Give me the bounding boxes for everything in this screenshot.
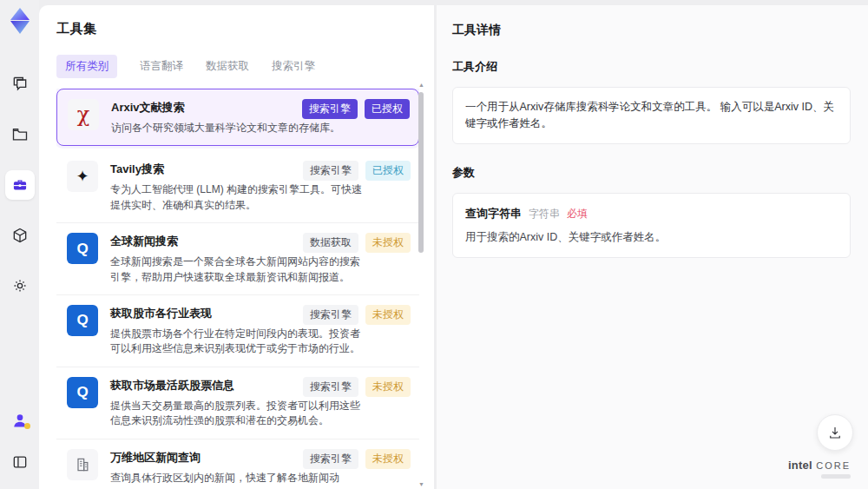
tab-language-translation[interactable]: 语言翻译 (140, 55, 183, 78)
news-q-icon: Q (67, 377, 98, 408)
sidebar-bottom (5, 406, 35, 477)
tavily-star-icon: ✦ (67, 161, 98, 192)
news-q-icon: Q (67, 305, 98, 336)
tab-data-acquisition[interactable]: 数据获取 (206, 55, 249, 78)
app-root: 工具集 所有类别 语言翻译 数据获取 搜索引擎 χ Arxiv文献搜索 访问各个… (0, 0, 868, 489)
category-tabs: 所有类别 语言翻译 数据获取 搜索引擎 (56, 55, 434, 78)
sidebar (0, 0, 39, 489)
intro-text: 一个用于从Arxiv存储库搜索科学论文和文章的工具。 输入可以是Arxiv ID… (465, 101, 834, 129)
download-button[interactable] (817, 414, 853, 451)
tool-card-global-news[interactable]: Q 全球新闻搜索 全球新闻搜索是一个聚合全球各大新闻网站内容的搜索引擎，帮助用户… (56, 223, 419, 295)
tab-search-engine[interactable]: 搜索引擎 (272, 55, 315, 78)
intel-logo-sub-mark (821, 474, 851, 479)
folder-icon[interactable] (5, 120, 35, 149)
auth-status-badge: 未授权 (365, 377, 411, 397)
tool-badges: 搜索引擎 未授权 (303, 377, 411, 397)
param-name: 查询字符串 (465, 205, 522, 222)
tool-card-arxiv[interactable]: χ Arxiv文献搜索 访问各个研究领域大量科学论文和文章的存储库。 搜索引擎 … (56, 89, 419, 146)
param-description: 用于搜索的Arxiv ID、关键字或作者姓名。 (465, 229, 838, 246)
app-logo-icon (7, 7, 33, 35)
list-scrollbar[interactable] (418, 92, 424, 479)
download-icon (827, 425, 843, 440)
tool-badges: 搜索引擎 未授权 (303, 305, 411, 325)
package-icon[interactable] (5, 221, 35, 250)
building-icon (67, 449, 98, 480)
tool-card-active-stocks[interactable]: Q 获取市场最活跃股票信息 提供当天交易量最高的股票列表。投资者可以利用这些信息… (56, 367, 419, 439)
category-badge: 数据获取 (303, 233, 358, 253)
settings-gear-icon[interactable] (5, 271, 35, 301)
param-box: 查询字符串 字符串 必填 用于搜索的Arxiv ID、关键字或作者姓名。 (452, 193, 851, 258)
user-status-dot (24, 423, 30, 429)
tool-description: 提供当天交易量最高的股票列表。投资者可以利用这些信息来识别流动性强的股票和潜在的… (110, 399, 367, 429)
tool-description: 提供股票市场各个行业在特定时间段内的表现。投资者可以利用这些信息来识别表现优于或… (110, 327, 367, 357)
category-badge: 搜索引擎 (303, 377, 358, 397)
tool-card-tavily[interactable]: ✦ Tavily搜索 专为人工智能代理 (LLM) 构建的搜索引擎工具。可快速提… (56, 151, 419, 223)
tool-list-panel: 工具集 所有类别 语言翻译 数据获取 搜索引擎 χ Arxiv文献搜索 访问各个… (39, 5, 434, 489)
tool-badges: 搜索引擎 未授权 (303, 449, 411, 469)
param-header: 查询字符串 字符串 必填 (465, 205, 838, 222)
chat-icon[interactable] (5, 69, 35, 99)
tool-list: χ Arxiv文献搜索 访问各个研究领域大量科学论文和文章的存储库。 搜索引擎 … (56, 89, 419, 489)
tool-description: 全球新闻搜索是一个聚合全球各大新闻网站内容的搜索引擎，帮助用户快速获取全球最新资… (110, 254, 367, 285)
auth-status-badge: 已授权 (365, 161, 411, 181)
scrollbar-up-arrow[interactable]: ▲ (418, 82, 424, 88)
param-type: 字符串 (529, 206, 560, 221)
auth-status-badge: 未授权 (365, 449, 411, 469)
panel-collapse-icon[interactable] (5, 447, 35, 477)
param-required-badge: 必填 (567, 206, 588, 221)
arxiv-logo-icon: χ (68, 99, 99, 130)
category-badge: 搜索引擎 (303, 449, 358, 469)
tool-description: 访问各个研究领域大量科学论文和文章的存储库。 (111, 121, 340, 135)
auth-status-badge: 已授权 (365, 99, 410, 119)
sidebar-nav (5, 69, 35, 301)
category-badge: 搜索引擎 (303, 305, 358, 325)
tab-all-categories[interactable]: 所有类别 (56, 55, 117, 78)
intel-core-logo: intel core (788, 458, 851, 479)
category-badge: 搜索引擎 (302, 99, 358, 119)
tool-badges: 数据获取 未授权 (303, 233, 411, 253)
tool-card-regional-news[interactable]: 万维地区新闻查询 查询具体行政区划内的新闻，快速了解各地新闻动 搜索引擎 未授权 (56, 439, 419, 489)
tool-badges: 搜索引擎 已授权 (302, 99, 410, 119)
intel-wordmark: intel (788, 459, 812, 472)
params-heading: 参数 (452, 165, 851, 181)
page-title: 工具集 (56, 21, 434, 37)
tool-detail-panel: 工具详情 工具介绍 一个用于从Arxiv存储库搜索科学论文和文章的工具。 输入可… (437, 5, 868, 489)
user-avatar-icon[interactable] (5, 406, 35, 435)
tool-description: 专为人工智能代理 (LLM) 构建的搜索引擎工具。可快速提供实时、准确和真实的结… (110, 182, 367, 213)
tool-badges: 搜索引擎 已授权 (303, 161, 411, 181)
scrollbar-down-arrow[interactable]: ▼ (418, 481, 424, 487)
auth-status-badge: 未授权 (365, 233, 411, 253)
intro-heading: 工具介绍 (452, 59, 851, 75)
auth-status-badge: 未授权 (365, 305, 411, 325)
core-wordmark: core (816, 460, 851, 471)
intro-box: 一个用于从Arxiv存储库搜索科学论文和文章的工具。 输入可以是Arxiv ID… (452, 87, 851, 144)
category-badge: 搜索引擎 (303, 161, 358, 181)
toolbox-icon[interactable] (5, 170, 35, 200)
scrollbar-thumb[interactable] (418, 92, 424, 253)
tool-card-sector-performance[interactable]: Q 获取股市各行业表现 提供股票市场各个行业在特定时间段内的表现。投资者可以利用… (56, 295, 419, 367)
detail-title: 工具详情 (452, 23, 851, 38)
tool-description: 查询具体行政区划内的新闻，快速了解各地新闻动 (110, 471, 339, 486)
news-q-icon: Q (67, 233, 98, 264)
